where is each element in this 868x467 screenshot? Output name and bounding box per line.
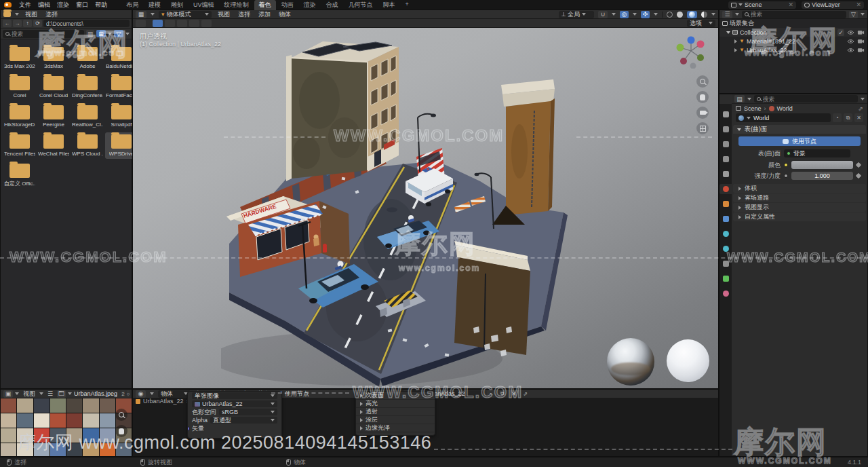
render-camera-icon[interactable]	[857, 47, 865, 53]
filter-toggle-button[interactable]: ▽	[114, 30, 123, 37]
hide-eye-icon[interactable]	[847, 39, 854, 44]
render-camera-icon[interactable]	[857, 38, 865, 44]
blender-logo-icon[interactable]	[4, 2, 12, 7]
unlink-button[interactable]: ✕	[854, 113, 863, 122]
expand-icon[interactable]	[734, 39, 737, 43]
forward-button[interactable]: →	[13, 20, 22, 27]
new-copy-button[interactable]: ⧉	[844, 113, 852, 122]
workspace-tab[interactable]: 动画	[277, 0, 298, 10]
image-editor-type-button[interactable]: ▣	[3, 390, 13, 398]
shading-dropdown[interactable]	[711, 13, 715, 16]
camera-view-knob[interactable]	[696, 107, 709, 119]
tweak-tool-button[interactable]	[136, 20, 146, 27]
workspace-tab[interactable]: 雕刻	[166, 0, 188, 10]
workspace-tab[interactable]: 几何节点	[344, 0, 378, 10]
properties-search-field[interactable]	[754, 95, 858, 102]
axis-gizmo[interactable]	[675, 33, 707, 69]
properties-tab-particles[interactable]	[719, 229, 732, 239]
mode-selector[interactable]: ▾物体模式	[159, 11, 212, 18]
outliner-row-scene-collection[interactable]: 场景集合	[719, 19, 867, 28]
pin-button[interactable]: ⇗	[521, 390, 529, 398]
outliner-search-input[interactable]	[751, 11, 844, 18]
display-mode-vertical-button[interactable]: ▥	[86, 30, 94, 37]
folder-item[interactable]: 3dsMax	[37, 45, 70, 71]
folder-item[interactable]: HikStorageD...	[3, 103, 36, 130]
texture-atlas-canvas[interactable]	[1, 398, 132, 456]
workspace-tab[interactable]: 渲染	[299, 0, 321, 10]
principled-section-header[interactable]: 边缘光泽	[356, 424, 435, 432]
shader-editor-type-button[interactable]: ◉	[136, 390, 146, 398]
pan-hand-knob[interactable]	[696, 91, 709, 103]
viewport-menu-item[interactable]: 选择	[236, 10, 252, 19]
hide-eye-icon[interactable]	[847, 48, 854, 53]
hide-eye-icon[interactable]	[847, 30, 854, 35]
shading-material-button[interactable]	[687, 11, 697, 18]
collapsed-panel-header[interactable]: 视图显示	[733, 203, 866, 212]
properties-type-button[interactable]: ▤	[734, 95, 745, 102]
exclude-checkbox[interactable]: ✓	[837, 29, 844, 36]
topbar-menu-item[interactable]: 帮助	[93, 1, 109, 10]
properties-tab-output[interactable]	[719, 139, 732, 149]
folder-item[interactable]: Realflow_Cl...	[71, 103, 104, 130]
viewport-canvas[interactable]: 用户透视 (1) Collection | UrbanAtlas_22	[133, 28, 718, 388]
editor-type-button[interactable]: ▦	[136, 11, 146, 18]
keyframe-diamond-icon[interactable]	[856, 162, 861, 168]
topbar-menu-item[interactable]: 文件	[17, 1, 33, 10]
move-tool-button[interactable]	[201, 20, 212, 27]
principled-bsdf-node[interactable]: 次表面 高光 透射 涂层 边缘光泽	[355, 391, 435, 436]
workspace-tab[interactable]: 建模	[144, 0, 165, 10]
folder-item[interactable]: Corel Cloud	[37, 74, 70, 100]
ortho-grid-knob[interactable]	[696, 122, 709, 134]
shading-rendered-button[interactable]	[701, 12, 707, 18]
outliner-filter-button[interactable]: ▽	[849, 11, 858, 18]
workspace-tab[interactable]: 纹理绘制	[220, 0, 254, 10]
workspace-tab[interactable]: UV编辑	[189, 0, 219, 10]
copy-material-button[interactable]: ⧉	[498, 390, 506, 398]
folder-item[interactable]: WeChat Files	[37, 132, 70, 159]
workspace-tab[interactable]: 布局	[121, 0, 143, 10]
shader-type-selector[interactable]: 物体	[158, 390, 191, 398]
unlink-material-button[interactable]: ✕	[510, 390, 517, 398]
image-name[interactable]: UrbanAtlas.jpeg	[74, 390, 117, 397]
properties-tab-modifiers[interactable]	[719, 214, 732, 224]
render-camera-icon[interactable]	[857, 29, 865, 35]
options-button[interactable]: 选项	[687, 20, 715, 27]
topbar-menu-item[interactable]: 编辑	[36, 1, 52, 10]
file-browser-menu-item[interactable]: 选择	[43, 10, 60, 19]
snap-magnet-button[interactable]: ∪	[598, 11, 608, 18]
properties-tab-view-layer[interactable]	[719, 154, 732, 164]
folder-item[interactable]: DingConfere...	[71, 74, 104, 100]
shading-solid-button[interactable]	[677, 12, 683, 18]
refresh-button[interactable]: ⟳	[33, 20, 42, 27]
image-zoom-knob[interactable]	[115, 409, 127, 421]
outliner-row-object2[interactable]: ▼ UrbanAtlas_22	[719, 45, 867, 54]
surface-shader-field[interactable]: 背景	[784, 149, 850, 157]
viewport-menu-item[interactable]: 物体	[277, 10, 293, 19]
path-input[interactable]	[46, 20, 127, 27]
display-size-dropdown[interactable]	[108, 33, 112, 35]
viewlayer-selector[interactable]: ViewLayer ✕	[802, 1, 864, 9]
zoom-knob[interactable]	[696, 75, 709, 88]
topbar-menu-item[interactable]: 渲染	[55, 1, 71, 10]
color-swatch[interactable]	[791, 161, 853, 169]
transform-orientation-selector[interactable]: ⟂全局	[559, 11, 594, 18]
image-view-menu[interactable]: 视图	[21, 390, 37, 398]
up-button[interactable]: ↑	[23, 20, 32, 27]
path-field[interactable]	[43, 20, 130, 27]
breadcrumb-scene[interactable]: Scene	[744, 105, 762, 112]
expand-icon[interactable]	[734, 48, 737, 52]
image-pan-knob[interactable]	[115, 425, 127, 437]
folder-item[interactable]: Peergine	[37, 103, 70, 130]
outliner-type-button[interactable]: ☰	[722, 11, 732, 18]
proportional-edit-button[interactable]: ◎	[620, 11, 629, 18]
viewport-menu-item[interactable]: 添加	[256, 10, 273, 19]
outliner-row-collection[interactable]: Collection ✓	[719, 28, 867, 37]
fake-user-button[interactable]: ◔	[487, 390, 494, 398]
gizmos-button[interactable]: ✣	[641, 11, 650, 18]
expand-icon[interactable]	[726, 31, 730, 34]
vector-input-socket[interactable]	[187, 426, 190, 431]
shading-wireframe-button[interactable]	[667, 12, 673, 18]
workspace-tab[interactable]: 脚本	[378, 0, 400, 10]
properties-tab-scene[interactable]	[719, 169, 732, 179]
workspace-tab[interactable]: 合成	[321, 0, 343, 10]
